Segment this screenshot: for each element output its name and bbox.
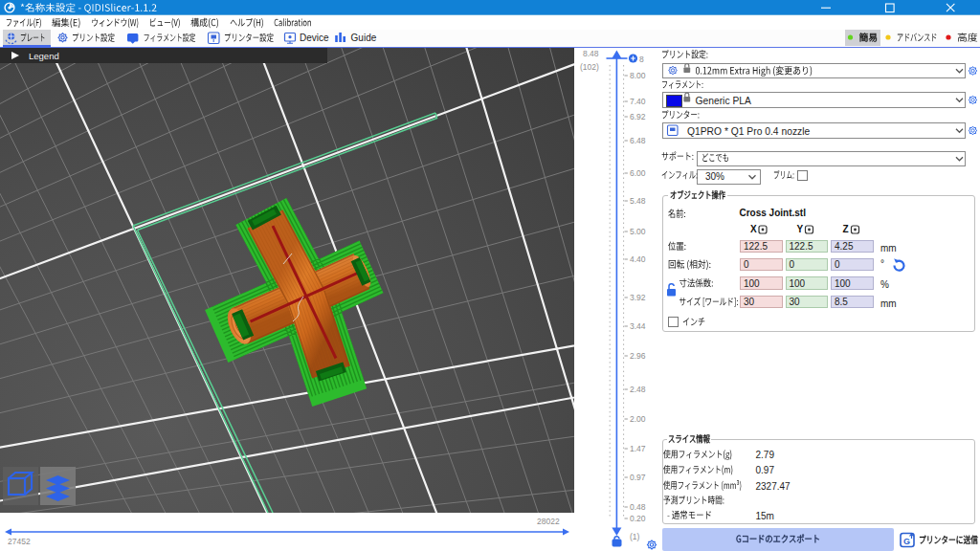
svg-text:G: G	[903, 537, 910, 546]
svg-text:Legend: Legend	[29, 51, 59, 61]
